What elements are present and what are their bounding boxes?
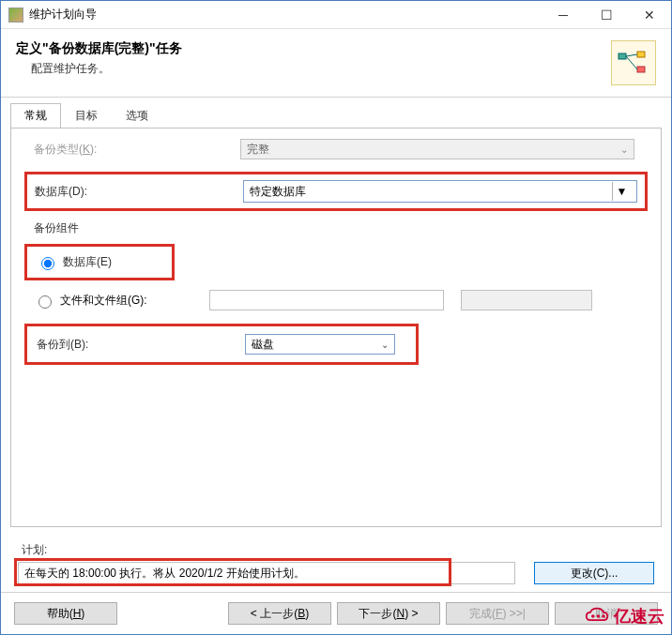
svg-line-3 (626, 54, 637, 56)
backup-to-highlight: 备份到(B): 磁盘 ⌄ (24, 324, 419, 365)
database-dropdown[interactable]: 特定数据库 ▼ (243, 180, 637, 203)
database-label: 数据库(D): (35, 184, 243, 200)
backup-component-label: 备份组件 (34, 220, 648, 236)
files-browse-button (461, 290, 592, 310)
database-radio-highlight: 数据库(E) (24, 244, 175, 280)
tab-content: 备份类型(K): 完整 ⌄ 数据库(D): 特定数据库 ▼ 备份组件 数据库(E… (10, 128, 662, 527)
minimize-button[interactable]: ─ (542, 1, 585, 29)
window-title: 维护计划向导 (29, 7, 542, 23)
svg-rect-1 (637, 52, 645, 57)
wizard-footer: 帮助(H) < 上一步(B) 下一步(N) > 完成(F) >>| 取消 (1, 592, 671, 634)
svg-rect-2 (637, 67, 645, 72)
tab-general[interactable]: 常规 (10, 103, 61, 129)
chevron-down-icon: ⌄ (620, 144, 628, 155)
next-button[interactable]: 下一步(N) > (337, 602, 440, 625)
files-radio-label: 文件和文件组(G): (60, 293, 147, 309)
schedule-section: 计划: 更改(C)... (5, 535, 667, 592)
tab-target[interactable]: 目标 (61, 103, 112, 129)
cancel-button: 取消 (555, 602, 658, 625)
backup-to-label: 备份到(B): (37, 337, 245, 353)
svg-line-4 (626, 56, 637, 69)
database-highlight: 数据库(D): 特定数据库 ▼ (24, 172, 648, 211)
tab-strip: 常规 目标 选项 (1, 98, 671, 129)
page-subtitle: 配置维护任务。 (31, 61, 611, 77)
chevron-down-icon: ⌄ (381, 340, 389, 350)
backup-type-label: 备份类型(K): (24, 142, 240, 158)
tab-options[interactable]: 选项 (112, 103, 162, 129)
files-radio[interactable] (38, 295, 52, 309)
wizard-icon (611, 40, 656, 85)
finish-button: 完成(F) >>| (446, 602, 549, 625)
wizard-header: 定义"备份数据库(完整)"任务 配置维护任务。 (1, 29, 671, 98)
schedule-label: 计划: (18, 542, 654, 558)
app-icon (8, 8, 23, 23)
dropdown-arrow-icon: ▼ (612, 182, 631, 201)
maximize-button[interactable]: ☐ (585, 1, 628, 29)
back-button[interactable]: < 上一步(B) (228, 602, 331, 625)
svg-rect-0 (619, 53, 626, 59)
backup-to-value: 磁盘 (252, 337, 274, 353)
database-radio[interactable] (41, 257, 54, 270)
files-input (209, 290, 444, 310)
database-radio-label: 数据库(E) (63, 254, 112, 270)
database-value: 特定数据库 (250, 184, 306, 200)
change-schedule-button[interactable]: 更改(C)... (534, 562, 654, 584)
close-button[interactable]: ✕ (628, 1, 671, 29)
schedule-input[interactable] (18, 562, 515, 584)
help-button[interactable]: 帮助(H) (14, 602, 117, 625)
backup-to-dropdown[interactable]: 磁盘 ⌄ (245, 334, 395, 355)
backup-type-dropdown: 完整 ⌄ (240, 139, 634, 159)
titlebar: 维护计划向导 ─ ☐ ✕ (1, 1, 671, 29)
page-title: 定义"备份数据库(完整)"任务 (16, 40, 611, 57)
backup-type-value: 完整 (247, 142, 269, 158)
